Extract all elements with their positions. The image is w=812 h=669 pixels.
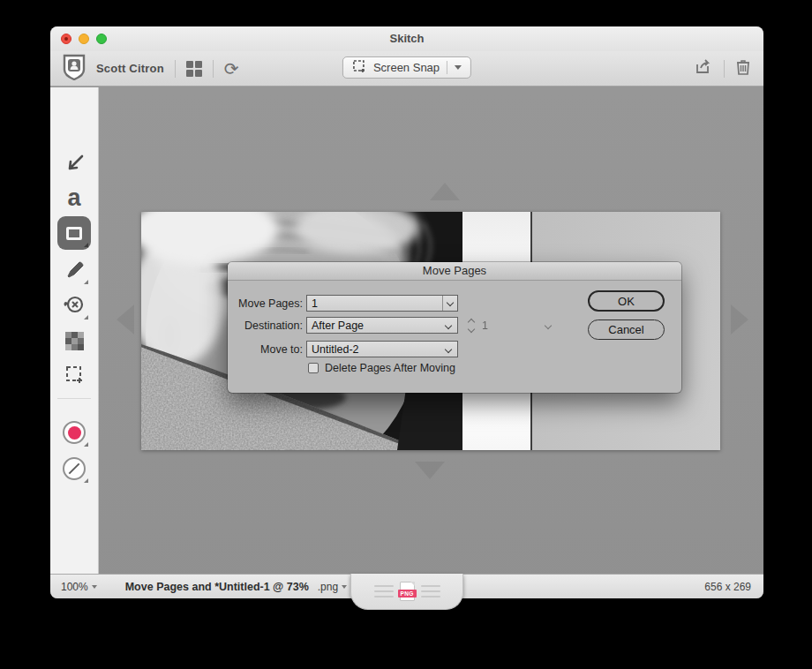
png-badge: PNG [398,590,417,598]
move-pages-dropdown[interactable]: 1 [306,295,458,312]
document-title: Move Pages and *Untitled-1 @ 73% [125,581,309,593]
titlebar: Skitch [50,26,763,51]
move-pages-dialog: Move Pages Move Pages: 1 Destination: Af… [228,262,681,393]
sidebar-divider [57,398,91,399]
marker-tool-icon [63,259,86,282]
window-title: Skitch [50,32,763,45]
delete-pages-checkbox[interactable] [308,363,319,373]
color-tool-icon [63,421,86,444]
screen-snap-button[interactable]: Screen Snap [342,56,471,79]
nav-right-icon[interactable] [731,304,748,334]
chevron-down-icon [545,321,552,328]
chevron-down-icon [445,321,452,328]
crop-tool[interactable] [57,357,91,391]
marker-tool[interactable] [57,253,91,287]
dropdown-chevron-cell [442,296,457,311]
main-toolbar: Scott Citron ⟳ Screen Snap [50,51,763,86]
submenu-nub-icon [84,315,88,319]
image-dimensions: 656 x 269 [704,581,751,593]
account-shield-icon[interactable] [63,54,86,84]
canvas[interactable]: Move Pages Move Pages: 1 Destination: Af… [99,87,763,575]
move-to-value: Untitled-2 [307,343,446,356]
arrow-tool-icon [63,153,86,176]
account-name[interactable]: Scott Citron [96,62,164,75]
pixelate-tool-icon [65,332,84,350]
chevron-down-icon [445,345,452,352]
chevron-down-icon [447,298,454,305]
move-pages-label: Move Pages: [228,297,303,310]
delete-pages-checkbox-label: Delete Pages After Moving [325,362,455,374]
nav-down-icon[interactable] [415,462,445,479]
submenu-nub-icon [84,442,88,447]
arrow-tool[interactable] [57,147,91,181]
format-control[interactable]: .png [318,581,347,593]
grid-icon[interactable] [186,61,202,77]
text-tool[interactable]: a [57,181,91,214]
zoom-level-value: 100% [61,581,88,593]
page-number-combo-disabled: 1 [469,319,557,332]
text-tool-icon: a [67,186,80,210]
stamp-tool-icon [62,295,86,316]
shape-tool-selected[interactable] [57,216,91,250]
toolbar-divider [724,60,725,78]
dialog-title: Move Pages [228,262,681,280]
toolbar-divider [213,60,214,78]
skitch-window: Skitch Scott Citron ⟳ [50,26,763,598]
dialog-titlebar[interactable]: Move Pages [228,262,681,281]
submenu-nub-icon [84,243,88,247]
move-pages-value: 1 [307,297,442,310]
cancel-button[interactable]: Cancel [588,319,665,340]
page-number-value: 1 [482,319,545,332]
refresh-icon[interactable]: ⟳ [224,61,239,77]
chevron-down-icon [342,585,347,589]
chevron-down-icon [92,585,97,589]
trash-icon[interactable] [735,58,751,79]
shape-tool-icon [66,227,82,240]
ok-button[interactable]: OK [588,290,665,312]
destination-value: After Page [307,319,446,332]
stroke-width-tool[interactable] [57,452,91,485]
submenu-nub-icon [84,280,88,284]
nav-left-icon[interactable] [117,304,134,334]
png-file-icon: PNG [400,582,415,601]
zoom-level-control[interactable]: 100% [61,581,97,593]
crop-tool-icon [64,365,84,384]
screen-snap-icon [352,59,366,77]
screen-snap-label: Screen Snap [373,61,440,74]
drag-me-tab[interactable]: PNG [350,574,463,610]
pixelate-tool[interactable] [57,324,91,357]
destination-label: Destination: [228,319,303,332]
submenu-nub-icon [84,478,88,483]
format-value: .png [318,581,338,593]
nav-up-icon[interactable] [430,183,460,200]
stamp-tool[interactable] [57,289,91,322]
snap-separator [447,61,447,74]
tool-sidebar: a [50,87,99,575]
stroke-width-tool-icon [63,457,86,480]
status-bar: 100% Move Pages and *Untitled-1 @ 73% .p… [50,574,763,598]
move-to-label: Move to: [228,343,303,356]
share-icon[interactable] [694,57,713,80]
drag-lines-icon [374,585,394,598]
stepper-icon [469,319,474,332]
toolbar-divider [175,60,176,78]
move-to-dropdown[interactable]: Untitled-2 [306,341,458,357]
destination-dropdown[interactable]: After Page [306,317,458,334]
chevron-down-icon [455,65,462,70]
drag-lines-icon [421,585,440,598]
color-tool[interactable] [57,416,91,449]
